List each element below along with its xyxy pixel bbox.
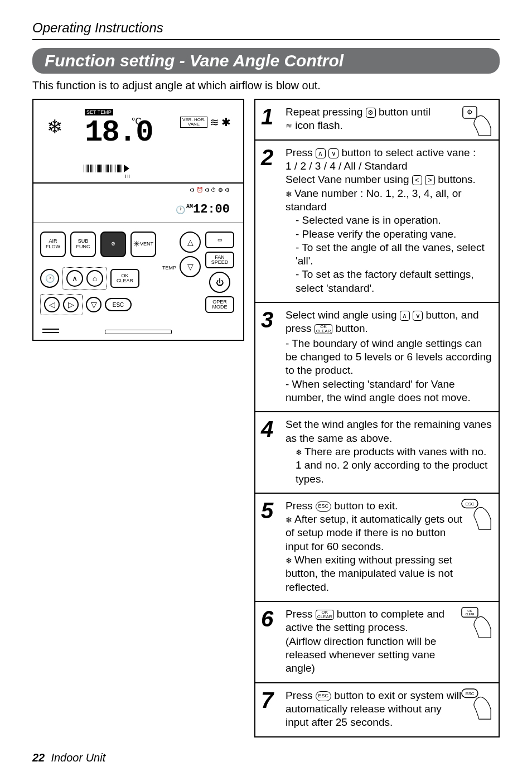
svg-text:⚙: ⚙	[467, 108, 473, 115]
step-7-number: 7	[261, 689, 281, 730]
lcd-clock-am: AM	[186, 204, 193, 210]
clock-icon: 🕐	[176, 206, 185, 215]
esc-button[interactable]: ESC	[105, 298, 132, 311]
step-7: 7 Press ESC button to exit or system wil…	[255, 683, 499, 737]
gear-icon: ⚙	[111, 242, 115, 247]
svg-text:OK: OK	[467, 609, 472, 613]
header-rule	[32, 39, 500, 40]
vent-button[interactable]: ✳VENT	[130, 232, 156, 257]
svg-text:ESC: ESC	[465, 501, 474, 506]
air-flow-button[interactable]: AIR FLOW	[40, 232, 66, 257]
lcd-screen: ❄ SET TEMP 18.0 °C VER. HOR. VANE ≋ ✱ HI	[33, 100, 243, 184]
grip-lines	[42, 329, 59, 335]
lcd-clock: 🕐AM12:00	[176, 203, 230, 216]
step-4-number: 4	[261, 418, 281, 486]
step-2-body: Press ∧ ∨ button to select active vane :…	[286, 146, 492, 295]
fan-icon: ✱	[221, 115, 231, 129]
lcd-right-icons: VER. HOR. VANE ≋ ✱	[180, 115, 231, 129]
right-inline-icon: >	[425, 175, 435, 185]
lr-cluster: ◁ ▷	[40, 294, 83, 315]
device-column: ❄ SET TEMP 18.0 °C VER. HOR. VANE ≋ ✱ HI	[32, 99, 244, 737]
wave-inline-icon: ≋	[286, 123, 292, 130]
step-5: 5 Press ESC button to exit. After setup,…	[255, 494, 499, 602]
step-1-number: 1	[261, 105, 281, 133]
footer-label: Indoor Unit	[51, 751, 105, 764]
finger-press-icon: ⚙	[460, 104, 494, 137]
lcd-status-icons: ⚙ ⏰ ⚙ ⏱ ⚙ ⚙	[190, 187, 230, 194]
button-panel: AIR FLOW SUB FUNC ⚙ ✳VENT △ ▽ ▭ FAN SPEE…	[33, 223, 243, 340]
step-2: 2 Press ∧ ∨ button to select active vane…	[255, 141, 499, 303]
step-3-body: Select wind angle using ∧ ∨ button, and …	[286, 308, 492, 404]
note-mark	[296, 446, 304, 457]
page-number: 22	[32, 751, 45, 764]
reserve-button[interactable]: ▭	[205, 232, 234, 248]
temp-label: TEMP	[162, 265, 176, 271]
step-3: 3 Select wind angle using ∧ ∨ button, an…	[255, 303, 499, 412]
timer-button[interactable]: 🕐	[40, 269, 59, 288]
up-nav-button[interactable]: ∧	[66, 270, 83, 287]
bottom-slot	[105, 330, 172, 334]
fan-speed-button[interactable]: FAN SPEED	[205, 252, 234, 268]
oper-mode-button[interactable]: OPER MODE	[205, 296, 234, 313]
ok-clear-button[interactable]: OK CLEAR	[110, 269, 139, 288]
section-banner: Function setting - Vane Angle Control	[32, 48, 500, 74]
step-1: 1 Repeat pressing ⚙ button until ≋ icon …	[255, 100, 499, 141]
ok-clear-inline-icon: OK CLEAR	[315, 324, 333, 334]
step-5-number: 5	[261, 499, 281, 594]
finger-press-icon: OKCLEAR	[460, 606, 494, 639]
left-inline-icon: <	[412, 175, 422, 185]
step-4-body: Set the wind angles for the remaining va…	[286, 418, 492, 486]
lcd-clock-time: 12:00	[193, 203, 230, 216]
step-6-number: 6	[261, 608, 281, 676]
snowflake-icon: ❄	[47, 115, 62, 138]
note-mark	[286, 187, 294, 199]
nav-cluster: ∧ ⌂	[62, 267, 107, 290]
page-footer: 22 Indoor Unit	[32, 751, 105, 764]
gear-inline-icon: ⚙	[366, 108, 376, 118]
device-frame: ❄ SET TEMP 18.0 °C VER. HOR. VANE ≋ ✱ HI	[32, 99, 244, 341]
note-mark	[286, 554, 294, 566]
step-3-number: 3	[261, 308, 281, 404]
up-inline-icon: ∧	[316, 148, 326, 158]
finger-press-icon: ESC	[460, 498, 494, 531]
temp-up-button[interactable]: △	[180, 232, 201, 253]
svg-text:CLEAR: CLEAR	[465, 613, 475, 616]
left-nav-button[interactable]: ◁	[44, 297, 60, 312]
lcd-lower: ⚙ ⏰ ⚙ ⏱ ⚙ ⚙ 🕐AM12:00	[33, 184, 243, 223]
down-nav-button[interactable]: ▽	[86, 297, 101, 312]
sub-func-button[interactable]: SUB FUNC	[70, 232, 96, 257]
section-subtitle: This function is to adjust angle at whic…	[32, 79, 500, 92]
step-2-number: 2	[261, 146, 281, 295]
temp-down-button[interactable]: ▽	[180, 256, 201, 277]
lcd-temperature: 18.0	[85, 115, 153, 150]
step-4: 4 Set the wind angles for the remaining …	[255, 412, 499, 494]
step-6: 6 Press OK CLEAR button to complete and …	[255, 602, 499, 683]
lcd-airflow-bars	[84, 165, 129, 172]
right-nav-button[interactable]: ▷	[63, 297, 79, 312]
esc-inline-icon: ESC	[316, 691, 331, 701]
power-button[interactable]: ⏻	[209, 272, 230, 293]
lcd-temp-unit: °C	[132, 117, 142, 127]
down-inline-icon: ∨	[413, 311, 423, 321]
up-inline-icon: ∧	[400, 311, 410, 321]
set-temp-label: SET TEMP	[85, 109, 113, 115]
gear-button[interactable]: ⚙	[100, 232, 126, 257]
header-title: Operating Instructions	[32, 20, 500, 36]
esc-inline-icon: ESC	[316, 502, 331, 512]
ver-hor-vane-label: VER. HOR. VANE	[180, 117, 207, 128]
svg-text:ESC: ESC	[465, 691, 474, 696]
note-mark	[286, 513, 294, 525]
lcd-hi-label: HI	[125, 173, 130, 179]
finger-press-icon: ESC	[460, 688, 494, 720]
vent-icon: ✳	[133, 240, 140, 248]
down-inline-icon: ∨	[328, 148, 338, 158]
home-nav-button[interactable]: ⌂	[86, 270, 103, 287]
steps-column: 1 Repeat pressing ⚙ button until ≋ icon …	[254, 99, 500, 737]
vane-wave-icon: ≋	[210, 115, 219, 129]
ok-clear-inline-icon: OK CLEAR	[316, 610, 334, 620]
